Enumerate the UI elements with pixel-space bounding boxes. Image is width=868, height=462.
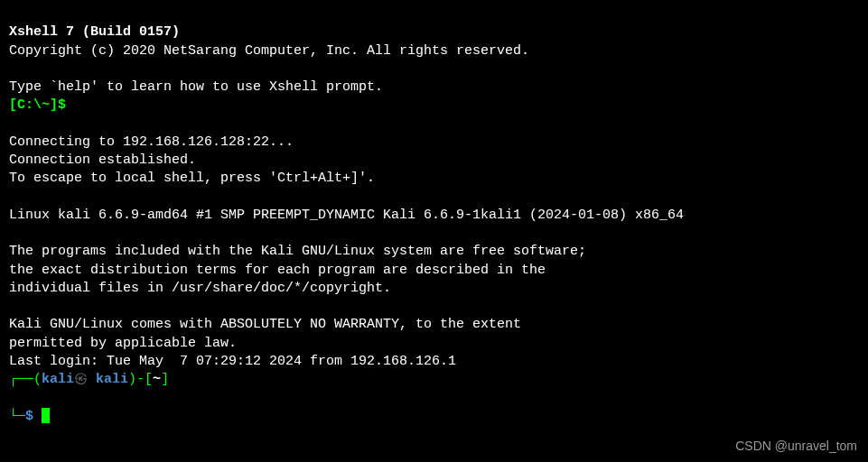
motd-line: Kali GNU/Linux comes with ABSOLUTELY NO … <box>9 317 521 332</box>
connecting-line: Connecting to 192.168.126.128:22... <box>9 134 294 150</box>
escape-hint: To escape to local shell, press 'Ctrl+Al… <box>9 171 375 186</box>
established-line: Connection established. <box>9 152 196 168</box>
prompt-box-bottom: └─ <box>9 409 25 424</box>
motd-line: permitted by applicable law. <box>9 336 237 351</box>
prompt-host: kali <box>96 372 128 387</box>
prompt-bracket-close: ] <box>161 372 169 387</box>
prompt-paren-open: ( <box>33 372 42 387</box>
prompt-paren-close: ) <box>128 372 136 387</box>
copyright: Copyright (c) 2020 NetSarang Computer, I… <box>9 43 529 59</box>
system-banner: Linux kali 6.6.9-amd64 #1 SMP PREEMPT_DY… <box>9 208 684 223</box>
prompt-at-icon: ㉿ <box>74 372 88 387</box>
motd-line: The programs included with the Kali GNU/… <box>9 244 586 259</box>
local-prompt: [C:\~]$ <box>9 97 66 113</box>
terminal-output[interactable]: Xshell 7 (Build 0157) Copyright (c) 2020… <box>9 5 859 444</box>
last-login: Last login: Tue May 7 07:29:12 2024 from… <box>9 354 456 369</box>
prompt-dollar: $ <box>25 409 33 424</box>
prompt-cwd: ~ <box>153 372 161 387</box>
prompt-dash-bracket: -[ <box>136 372 153 387</box>
watermark: CSDN @unravel_tom <box>735 438 857 455</box>
motd-line: the exact distribution terms for each pr… <box>9 263 546 278</box>
help-hint: Type `help' to learn how to use Xshell p… <box>9 79 383 95</box>
motd-line: individual files in /usr/share/doc/*/cop… <box>9 281 391 296</box>
cursor-icon[interactable] <box>42 408 50 423</box>
app-title: Xshell 7 (Build 0157) <box>9 24 180 40</box>
prompt-box-top: ┌── <box>9 372 33 387</box>
prompt-user: kali <box>42 372 74 387</box>
